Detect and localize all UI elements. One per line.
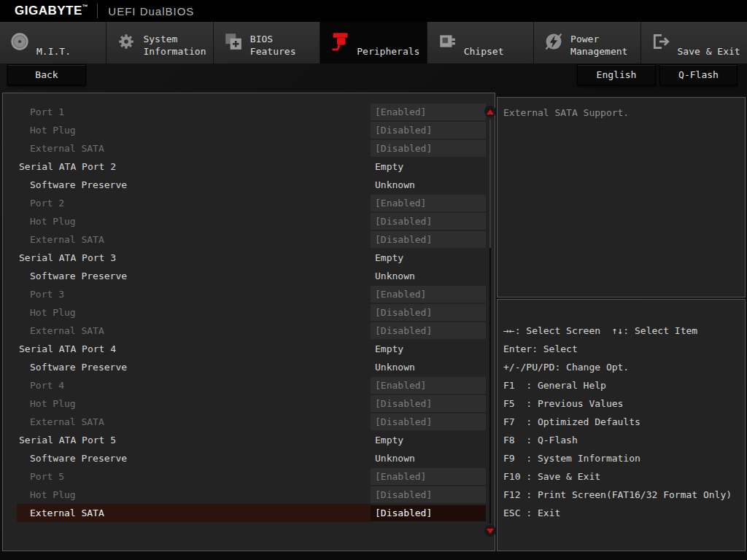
qflash-button[interactable]: Q-Flash [659,64,738,85]
key-hint: F12 : Print Screen(FAT16/32 Format Only) [503,486,745,504]
bios-screen: GIGABYTE™ UEFI DualBIOS M.I.T. System In… [0,0,747,560]
settings-row[interactable]: External SATA [Disabled] [3,504,487,522]
setting-value: Unknown [371,449,486,467]
page-title: UEFI DualBIOS [108,5,194,18]
setting-label: Port 3 [17,285,371,303]
settings-row[interactable]: External SATA [Disabled] [3,413,487,431]
tab-power-management[interactable]: Power Management [534,22,640,63]
setting-value: [Disabled] [371,122,486,139]
setting-value: [Disabled] [371,304,486,321]
tab-system-information[interactable]: System Information [107,22,213,63]
setting-value: Empty [371,340,486,358]
setting-label: External SATA [17,322,371,340]
tab-bar: M.I.T. System Information BIOS Features … [0,22,747,63]
back-button[interactable]: Back [7,64,86,85]
settings-row[interactable]: Hot Plug [Disabled] [3,486,487,504]
settings-row[interactable]: Serial ATA Port 2 Empty [3,158,487,176]
setting-label: Software Preserve [17,449,371,467]
setting-value: Unknown [371,358,486,376]
settings-panel: Port 1 [Enabled] Hot Plug [Disabled] Ext… [2,93,495,551]
setting-value: [Disabled] [371,140,486,157]
settings-row[interactable]: Software Preserve Unknown [3,176,487,194]
key-hint: +/-/PU/PD: Change Opt. [503,358,745,376]
help-panel: External SATA Support. [497,97,746,298]
tab-mit[interactable]: M.I.T. [0,22,107,63]
settings-row[interactable]: Port 5 [Enabled] [3,467,487,486]
settings-row[interactable]: Hot Plug [Disabled] [3,121,487,139]
tab-chipset[interactable]: Chipset [427,22,534,63]
bios-features-icon [222,31,244,52]
setting-value: [Disabled] [371,231,486,248]
settings-row[interactable]: Serial ATA Port 5 Empty [3,431,487,449]
key-hint: F9 : System Information [503,449,745,467]
setting-value: Empty [371,158,486,176]
setting-label: Hot Plug [17,212,371,230]
settings-row[interactable]: Serial ATA Port 4 Empty [3,340,487,358]
settings-row[interactable]: Hot Plug [Disabled] [3,212,487,230]
key-hint: →←: Select Screen ↑↓: Select Item [503,322,745,340]
system-information-icon [115,31,137,52]
setting-label: Port 1 [17,103,371,121]
settings-row[interactable]: Software Preserve Unknown [3,358,487,376]
power-management-icon [543,31,565,52]
setting-value: [Enabled] [371,468,486,485]
setting-value: [Disabled] [371,322,486,339]
setting-label: Hot Plug [17,121,371,139]
settings-row[interactable]: Port 1 [Enabled] [3,103,487,121]
settings-row[interactable]: Serial ATA Port 3 Empty [3,249,487,267]
setting-label: Software Preserve [17,176,371,194]
settings-row[interactable]: External SATA [Disabled] [3,322,487,340]
keys-panel: →←: Select Screen ↑↓: Select ItemEnter: … [497,299,746,551]
settings-row[interactable]: Hot Plug [Disabled] [3,303,487,322]
setting-value: [Enabled] [371,104,486,120]
setting-label: Hot Plug [17,486,371,504]
english-button[interactable]: English [577,64,656,85]
setting-label: Port 5 [17,467,371,486]
settings-row[interactable]: Software Preserve Unknown [3,449,487,467]
setting-label: Software Preserve [17,267,371,285]
setting-value: [Disabled] [371,213,486,230]
setting-label: Port 4 [17,376,371,394]
settings-row[interactable]: External SATA [Disabled] [3,230,487,249]
settings-list: Port 1 [Enabled] Hot Plug [Disabled] Ext… [3,103,487,522]
setting-value: [Disabled] [371,395,486,412]
setting-label: External SATA [17,139,371,158]
setting-label: Serial ATA Port 5 [17,431,371,449]
key-hint: F8 : Q-Flash [503,431,745,449]
scroll-up-icon[interactable] [484,106,496,117]
settings-row[interactable]: Port 3 [Enabled] [3,285,487,303]
peripherals-icon [329,31,351,52]
settings-row[interactable]: Hot Plug [Disabled] [3,394,487,413]
topbar: GIGABYTE™ UEFI DualBIOS [0,0,747,22]
setting-value: Empty [371,249,486,267]
setting-label: Hot Plug [17,394,371,413]
setting-label: Port 2 [17,194,371,212]
settings-row[interactable]: Software Preserve Unknown [3,267,487,285]
setting-label: Serial ATA Port 4 [17,340,371,358]
key-hint: Enter: Select [503,340,745,358]
settings-row[interactable]: Port 2 [Enabled] [3,194,487,212]
setting-value: Unknown [371,176,486,194]
topbar-divider [97,4,98,18]
setting-label: Software Preserve [17,358,371,376]
setting-label: External SATA [17,413,371,431]
settings-row[interactable]: External SATA [Disabled] [3,139,487,158]
key-list: →←: Select Screen ↑↓: Select ItemEnter: … [503,322,745,522]
save-exit-icon [650,31,672,52]
key-hint: F1 : General Help [503,376,745,394]
setting-label: External SATA [17,230,371,249]
setting-value: [Disabled] [371,413,486,430]
setting-value: [Disabled] [371,486,486,503]
key-hint: ESC : Exit [503,504,745,522]
settings-row[interactable]: Port 4 [Enabled] [3,376,487,394]
scroll-down-icon[interactable] [484,525,496,537]
tab-save-exit[interactable]: Save & Exit [641,22,747,63]
scrollbar-thumb[interactable] [489,248,491,524]
tab-bios-features[interactable]: BIOS Features [214,22,320,63]
bottom-strip [0,551,747,560]
setting-value: [Enabled] [371,286,486,303]
setting-value: Empty [371,431,486,449]
setting-value: [Enabled] [371,377,486,394]
tab-peripherals[interactable]: Peripherals [320,22,427,63]
setting-value: Unknown [371,267,486,285]
